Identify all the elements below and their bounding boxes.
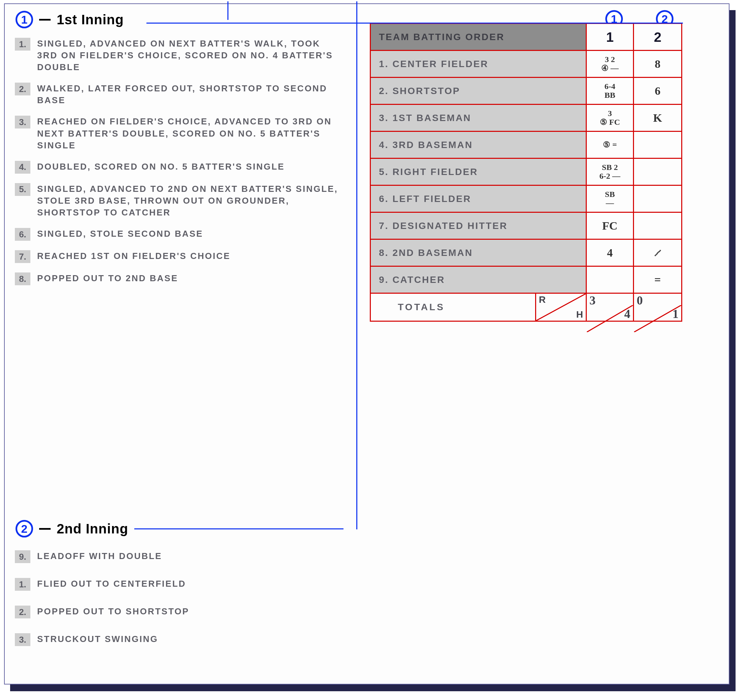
score-cell [634,159,681,186]
play-text: REACHED ON FIELDER'S CHOICE, ADVANCED TO… [37,116,341,151]
list-item: 1.SINGLED, ADVANCED ON NEXT BATTER'S WAL… [15,38,352,73]
heading-inning-2: 2 2nd Inning [15,520,344,537]
table-row: 3. 1ST BASEMAN 3 ⑤ FC K [371,105,681,132]
table-row: 9. CATCHER = [371,267,681,294]
play-number: 3. [15,116,30,128]
rh-h: H [576,309,583,320]
list-item: 3.REACHED ON FIELDER'S CHOICE, ADVANCED … [15,116,352,151]
badge-inning-1: 1 [15,11,33,28]
totals-label: TOTALS [371,302,445,313]
play-text: SINGLED, ADVANCED TO 2ND ON NEXT BATTER'… [37,183,341,218]
totals-col2: 0 1 [634,294,681,321]
play-text: REACHED 1ST ON FIELDER'S CHOICE [37,250,341,263]
play-number: 1. [15,38,30,51]
table-row: 2. SHORTSTOP 6-4 BB 6 [371,78,681,105]
row-label: 2. SHORTSTOP [371,78,587,105]
score-cell: 3 ⑤ FC [587,105,634,132]
table-row: 1. CENTER FIELDER 3 2 ④ — 8 [371,51,681,78]
row-label: 9. CATCHER [371,267,587,294]
row-label: 3. 1ST BASEMAN [371,105,587,132]
play-list-inning-1: 1.SINGLED, ADVANCED ON NEXT BATTER'S WAL… [15,38,352,295]
score-cell [587,267,634,294]
list-item: 9.LEADOFF WITH DOUBLE [15,550,352,563]
score-cell: 8 [634,51,681,78]
rh-r: R [539,294,546,305]
list-item: 2.POPPED OUT TO SHORTSTOP [15,606,352,618]
row-label: 6. LEFT FIELDER [371,186,587,213]
play-number: 4. [15,161,30,174]
trail-line [134,528,344,529]
row-label: 8. 2ND BASEMAN [371,240,587,267]
totals-label-cell: TOTALS R H [371,294,587,321]
title-inning-1: 1st Inning [57,12,124,27]
header-col-1: 1 [587,24,634,51]
dash-icon [39,528,51,530]
score-cell: ⟋ [634,240,681,267]
row-label: 5. RIGHT FIELDER [371,159,587,186]
play-number: 5. [15,183,30,196]
score-cell: SB — [587,186,634,213]
play-text: SINGLED, ADVANCED ON NEXT BATTER'S WALK,… [37,38,341,73]
play-text: POPPED OUT TO SHORTSTOP [37,606,341,618]
list-item: 7.REACHED 1ST ON FIELDER'S CHOICE [15,250,352,263]
connector-line [147,19,683,20]
score-cell: SB 2 6-2 — [587,159,634,186]
play-number: 1. [15,578,30,591]
totals-col2-r: 0 [637,294,643,306]
list-item: 2.WALKED, LATER FORCED OUT, SHORTSTOP TO… [15,83,352,106]
row-label: 1. CENTER FIELDER [371,51,587,78]
score-cell: ⑤ = [587,132,634,159]
score-cell: 6 [634,78,681,105]
table-row: 8. 2ND BASEMAN 4 ⟋ [371,240,681,267]
play-number: 7. [15,250,30,263]
play-text: FLIED OUT TO CENTERFIELD [37,578,341,591]
play-list-inning-2: 9.LEADOFF WITH DOUBLE 1.FLIED OUT TO CEN… [15,550,352,655]
title-inning-2: 2nd Inning [57,521,128,536]
play-number: 2. [15,606,30,618]
totals-col1-r: 3 [589,294,595,306]
list-item: 6.SINGLED, STOLE SECOND BASE [15,228,352,241]
badge-inning-2: 2 [15,520,33,537]
play-text: DOUBLED, SCORED ON NO. 5 BATTER'S SINGLE [37,161,341,174]
heading-inning-1: 1 1st Inning [15,11,130,28]
dash-icon [39,19,51,21]
table-row: 6. LEFT FIELDER SB — [371,186,681,213]
score-cell: 4 [587,240,634,267]
score-cell [634,132,681,159]
play-text: STRUCKOUT SWINGING [37,633,341,646]
connector-vert [227,1,229,20]
header-col-2: 2 [634,24,681,51]
play-text: WALKED, LATER FORCED OUT, SHORTSTOP TO S… [37,83,341,106]
play-number: 8. [15,272,30,285]
totals-rh-box: R H [535,294,586,321]
play-number: 6. [15,228,30,241]
main-panel: 1 1st Inning 1 2 1.SINGLED, ADVANCED ON … [4,3,730,685]
play-number: 3. [15,633,30,646]
score-cell: 3 2 ④ — [587,51,634,78]
play-text: POPPED OUT TO 2ND BASE [37,272,341,285]
score-cell: 6-4 BB [587,78,634,105]
play-text: SINGLED, STOLE SECOND BASE [37,228,341,241]
totals-col1: 3 4 [587,294,634,321]
score-cell: = [634,267,681,294]
list-item: 3.STRUCKOUT SWINGING [15,633,352,646]
list-item: 8.POPPED OUT TO 2ND BASE [15,272,352,285]
table-row: 7. DESIGNATED HITTER FC [371,213,681,240]
connector-vert-2 [356,1,357,529]
row-label: 4. 3RD BASEMAN [371,132,587,159]
play-text: LEADOFF WITH DOUBLE [37,550,341,563]
table-row: 4. 3RD BASEMAN ⑤ = [371,132,681,159]
play-number: 9. [15,550,30,563]
scorecard-table: TEAM BATTING ORDER 1 2 1. CENTER FIELDER… [370,23,682,322]
score-cell: FC [587,213,634,240]
list-item: 1.FLIED OUT TO CENTERFIELD [15,578,352,591]
table-row: 5. RIGHT FIELDER SB 2 6-2 — [371,159,681,186]
list-item: 4.DOUBLED, SCORED ON NO. 5 BATTER'S SING… [15,161,352,174]
play-number: 2. [15,83,30,96]
score-cell: K [634,105,681,132]
totals-col2-h: 1 [672,308,679,320]
row-label: 7. DESIGNATED HITTER [371,213,587,240]
score-cell [634,186,681,213]
header-label: TEAM BATTING ORDER [371,24,587,51]
list-item: 5.SINGLED, ADVANCED TO 2ND ON NEXT BATTE… [15,183,352,218]
